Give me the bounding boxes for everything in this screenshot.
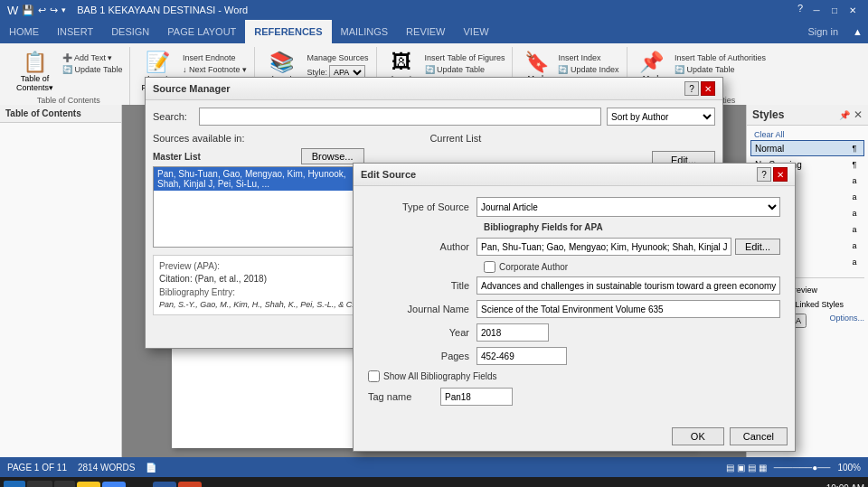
- search-row: Search: Sort by Author: [153, 108, 715, 126]
- show-all-checkbox[interactable]: [368, 370, 380, 382]
- author-edit-btn[interactable]: Edit...: [735, 239, 780, 255]
- edit-source-controls: ? ✕: [757, 167, 788, 182]
- pages-row: Pages: [368, 347, 780, 365]
- title-row: Title: [368, 276, 780, 295]
- cancel-btn[interactable]: Cancel: [730, 427, 788, 445]
- master-list-label: Sources available in:: [153, 133, 245, 144]
- edit-source-help-btn[interactable]: ?: [757, 167, 771, 182]
- tag-input[interactable]: [440, 388, 513, 406]
- corporate-author-label: Corporate Author: [499, 262, 568, 272]
- master-list-sub: Master List: [153, 152, 201, 162]
- tag-row: Tag name: [368, 388, 780, 406]
- current-list-label: Current List: [429, 133, 481, 144]
- edit-source-title: Edit Source: [361, 169, 416, 180]
- source-manager-close-btn[interactable]: ✕: [701, 81, 715, 96]
- ok-btn[interactable]: OK: [672, 427, 724, 445]
- journal-row: Journal Name: [368, 300, 780, 318]
- master-list-box[interactable]: Pan, Shu-Tuan, Gao, Mengyao, Kim, Hyunoo…: [153, 166, 364, 248]
- author-input[interactable]: [476, 238, 731, 256]
- edit-source-titlebar: Edit Source ? ✕: [354, 164, 795, 186]
- source-manager-help-btn[interactable]: ?: [684, 81, 699, 96]
- source-manager-title: Source Manager: [153, 83, 231, 94]
- edit-source-dialog: Edit Source ? ✕ Type of Source Journal A…: [353, 163, 796, 452]
- type-source-select[interactable]: Journal Article: [476, 197, 780, 217]
- type-source-label: Type of Source: [368, 201, 476, 212]
- author-row: Author Edit...: [368, 238, 780, 256]
- show-all-label: Show All Bibliography Fields: [383, 371, 497, 381]
- year-input[interactable]: [476, 323, 549, 342]
- source-manager-titlebar: Source Manager ? ✕: [146, 78, 722, 100]
- author-label: Author: [368, 241, 476, 252]
- tag-name-label: Tag name: [368, 391, 440, 402]
- search-label: Search:: [153, 111, 193, 122]
- title-field-label: Title: [368, 280, 476, 291]
- type-source-row: Type of Source Journal Article: [368, 197, 780, 217]
- master-list-item-0[interactable]: Pan, Shu-Tuan, Gao, Mengyao, Kim, Hyunoo…: [154, 167, 363, 191]
- search-input[interactable]: [199, 108, 601, 126]
- pages-label: Pages: [368, 351, 476, 361]
- edit-source-close-btn[interactable]: ✕: [773, 167, 788, 182]
- corporate-author-checkbox[interactable]: [484, 261, 495, 273]
- dialog-overlay: Source Manager ? ✕ Search: Sort by Autho…: [0, 0, 868, 487]
- show-all-row: Show All Bibliography Fields: [368, 370, 780, 382]
- bib-fields-label: Bibliography Fields for APA: [484, 222, 780, 232]
- sort-select[interactable]: Sort by Author: [607, 108, 715, 126]
- master-list-panel: Sources available in: Master List Browse…: [153, 133, 364, 248]
- journal-input[interactable]: [476, 300, 780, 318]
- edit-source-footer: OK Cancel: [354, 422, 795, 451]
- year-label: Year: [368, 327, 476, 338]
- title-input[interactable]: [476, 276, 780, 295]
- corporate-author-row: Corporate Author: [484, 261, 780, 273]
- pages-input[interactable]: [476, 347, 567, 365]
- source-manager-controls: ? ✕: [684, 81, 715, 96]
- edit-source-body: Type of Source Journal Article Bibliogra…: [354, 186, 795, 422]
- journal-label: Journal Name: [368, 304, 476, 314]
- year-row: Year: [368, 323, 780, 342]
